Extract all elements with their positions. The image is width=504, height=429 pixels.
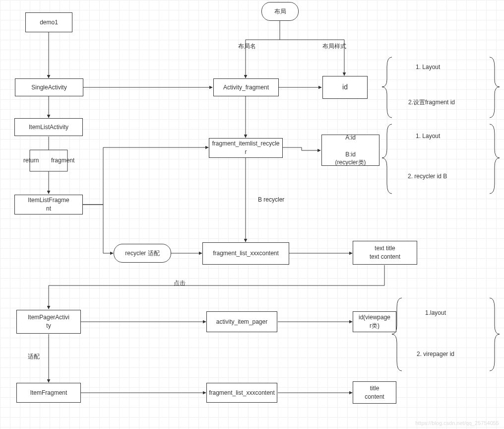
brace-1a: 1. Layout [416, 64, 440, 71]
node-activity-fragment[interactable]: Activity_fragment [213, 78, 279, 96]
node-item-fragment[interactable]: ItemFragment [16, 383, 81, 403]
label-b-recycler: B recycler [258, 196, 284, 203]
node-layout-root[interactable]: 布局 [261, 2, 299, 21]
node-item-list-fragment[interactable]: ItemListFragme nt [14, 195, 83, 214]
node-single-activity[interactable]: SingleActivity [15, 78, 83, 96]
label-layout-name: 布局名 [238, 42, 256, 51]
node-fragment-list-xxxcontent-2[interactable]: fragment_list_xxxcontent [206, 383, 277, 403]
node-item-pager-activity[interactable]: ItemPagerActivi ty [16, 310, 81, 334]
node-fragment-itemlist-recycler[interactable]: fragment_itemlist_recycle r [209, 138, 283, 158]
node-text-title-content[interactable]: text title text content [353, 241, 417, 265]
label-adapt: 适配 [28, 353, 40, 361]
node-activity-item-pager[interactable]: activity_item_pager [206, 311, 277, 332]
brace-3a: 1.layout [425, 309, 446, 316]
label-layout-style: 布局样式 [322, 42, 346, 51]
label-click: 点击 [174, 279, 186, 287]
brace-2a: 1. Layout [416, 133, 440, 140]
brace-3b: 2. virepager id [417, 351, 454, 358]
node-aid-bid[interactable]: A:id B:id (recycler类) [321, 135, 379, 166]
node-recycler-adapter[interactable]: recycler 适配 [114, 244, 171, 263]
node-demo1[interactable]: demo1 [25, 12, 72, 32]
label-return: return [23, 157, 39, 164]
brace-1b: 2.设置fragment id [408, 98, 455, 107]
node-title-content[interactable]: title content [353, 381, 396, 404]
brace-2b: 2. recycler id B [408, 173, 447, 180]
label-fragment: fragment [51, 157, 74, 164]
node-id[interactable]: id [322, 76, 368, 99]
node-id-viewpager[interactable]: id(viewpage r类) [353, 311, 396, 332]
node-fragment-list-xxxcontent-1[interactable]: fragment_list_xxxcontent [202, 242, 289, 265]
watermark: https://blog.csdn.net/qq_25754055 [415, 420, 499, 426]
node-item-list-activity[interactable]: ItemListActivity [14, 118, 83, 136]
